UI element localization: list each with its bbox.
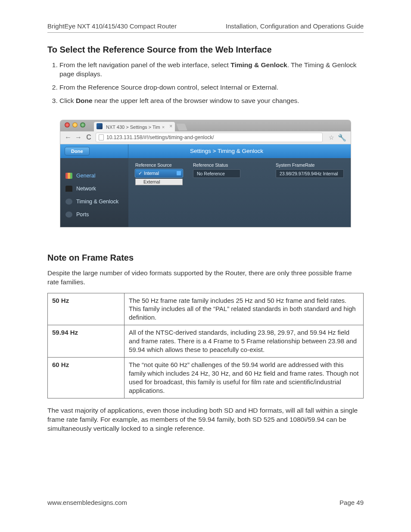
- network-icon: [65, 186, 72, 192]
- table-desc: The “not quite 60 Hz” challenges of the …: [125, 358, 364, 398]
- section2-outro: The vast majority of applications, even …: [47, 406, 364, 433]
- address-bar[interactable]: 10.123.131.158/#!/settings/timing-and-ge…: [96, 133, 323, 142]
- tab-close-icon[interactable]: ×: [169, 123, 172, 129]
- reference-status-panel: Reference Status No Reference: [193, 162, 240, 185]
- dropdown-option-external[interactable]: External: [135, 179, 183, 185]
- forward-icon[interactable]: →: [75, 134, 82, 141]
- check-icon: ✓: [138, 171, 142, 176]
- back-icon[interactable]: ←: [65, 134, 72, 141]
- table-desc: All of the NTSC-derived standards, inclu…: [125, 325, 364, 358]
- sidebar-label-general: General: [76, 173, 95, 179]
- system-framerate-label: System FrameRate: [276, 162, 344, 168]
- step-2: From the Reference Source drop-down cont…: [59, 83, 364, 92]
- footer-url: www.ensembledesigns.com: [47, 499, 127, 506]
- footer-page: Page 49: [339, 499, 364, 506]
- reference-source-panel: Reference Source ✓ Internal External: [135, 162, 183, 185]
- reference-source-label: Reference Source: [135, 162, 183, 168]
- framerate-table: 50 Hz The 50 Hz frame rate family includ…: [47, 293, 364, 398]
- table-row: 50 Hz The 50 Hz frame rate family includ…: [48, 293, 364, 325]
- page-header: BrightEye NXT 410/415/430 Compact Router…: [47, 22, 364, 33]
- zoom-window-icon[interactable]: [80, 122, 85, 128]
- header-left: BrightEye NXT 410/415/430 Compact Router: [47, 22, 177, 30]
- sidebar-label-network: Network: [76, 186, 96, 192]
- minimize-window-icon[interactable]: [72, 122, 78, 128]
- url-text: 10.123.131.158/#!/settings/timing-and-ge…: [106, 134, 214, 140]
- tab-title: NXT 430 > Settings > Tim: [106, 124, 160, 130]
- timing-icon: [65, 199, 72, 205]
- new-tab-button[interactable]: [176, 124, 187, 131]
- sidebar-label-timing: Timing & Genlock: [76, 199, 118, 205]
- table-row: 60 Hz The “not quite 60 Hz” challenges o…: [48, 358, 364, 398]
- section1-title: To Select the Reference Source from the …: [47, 45, 364, 55]
- table-desc: The 50 Hz frame rate family includes 25 …: [125, 293, 364, 325]
- steps-list: From the left navigation panel of the we…: [47, 61, 364, 106]
- system-framerate-panel: System FrameRate 23.98/29.97/59.94Hz Int…: [276, 162, 344, 185]
- browser-toolbar: ← → C 10.123.131.158/#!/settings/timing-…: [60, 131, 351, 144]
- table-key: 59.94 Hz: [48, 325, 125, 358]
- tab-favicon-icon: [97, 123, 103, 129]
- sidebar: General Network Timing & Genlock Po: [60, 158, 128, 227]
- system-framerate-value: 23.98/29.97/59.94Hz Internal: [276, 169, 344, 178]
- sidebar-item-ports[interactable]: Ports: [60, 208, 128, 221]
- general-icon: [65, 173, 72, 179]
- dropdown-caret-icon: [177, 171, 181, 175]
- sidebar-label-ports: Ports: [76, 212, 89, 218]
- settings-wrench-icon[interactable]: 🔧: [338, 134, 346, 142]
- browser-tabstrip: NXT 430 > Settings > Tim × ×: [60, 120, 351, 131]
- page-footer: www.ensembledesigns.com Page 49: [47, 499, 364, 506]
- step-1: From the left navigation panel of the we…: [59, 61, 364, 79]
- section2-intro: Despite the large number of video format…: [47, 269, 364, 287]
- sidebar-item-network[interactable]: Network: [60, 182, 128, 195]
- reload-icon[interactable]: C: [85, 134, 92, 141]
- browser-tab[interactable]: NXT 430 > Settings > Tim × ×: [94, 122, 175, 131]
- table-row: 59.94 Hz All of the NTSC-derived standar…: [48, 325, 364, 358]
- sidebar-item-timing[interactable]: Timing & Genlock: [60, 195, 128, 208]
- bookmark-star-icon[interactable]: ☆: [329, 134, 334, 141]
- page-icon: [99, 134, 104, 140]
- reference-status-label: Reference Status: [193, 162, 240, 168]
- sidebar-item-general[interactable]: General: [60, 169, 128, 182]
- reference-status-value: No Reference: [193, 169, 240, 178]
- step-3: Click Done near the upper left area of t…: [59, 96, 364, 106]
- ports-icon: [65, 212, 72, 218]
- table-key: 50 Hz: [48, 293, 125, 325]
- done-button[interactable]: Done: [65, 147, 90, 156]
- table-key: 60 Hz: [48, 358, 125, 398]
- header-right: Installation, Configuration and Operatio…: [226, 22, 364, 30]
- embedded-screenshot: NXT 430 > Settings > Tim × × ← → C 10.12…: [60, 120, 351, 227]
- dropdown-selected: Internal: [144, 171, 159, 176]
- close-window-icon[interactable]: [65, 122, 70, 128]
- reference-source-dropdown[interactable]: ✓ Internal: [135, 169, 183, 177]
- main-panel: Reference Source ✓ Internal External Ref…: [128, 158, 351, 227]
- window-controls[interactable]: [65, 122, 85, 128]
- breadcrumb: Settings > Timing & Genlock: [128, 148, 351, 154]
- section2-title: Note on Frame Rates: [47, 253, 364, 263]
